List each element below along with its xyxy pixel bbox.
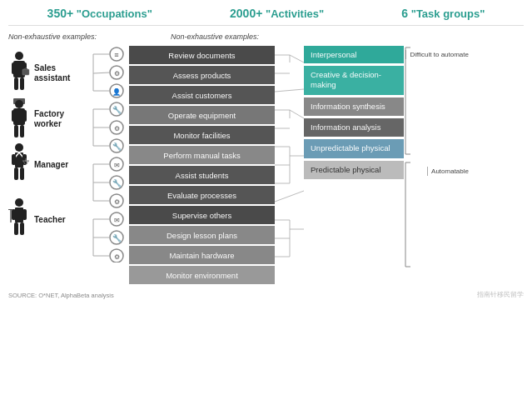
svg-text:🔧: 🔧 [112, 142, 122, 152]
svg-rect-15 [15, 152, 23, 168]
svg-rect-10 [12, 110, 16, 122]
svg-rect-18 [12, 154, 16, 165]
svg-rect-20 [14, 168, 18, 180]
svg-line-87 [290, 110, 304, 118]
svg-point-8 [15, 100, 23, 108]
activities-column: Review documents Assess products Assist … [129, 46, 275, 286]
svg-text:🔧: 🔧 [112, 105, 122, 115]
tg-info-analysis: Information analysis [304, 118, 404, 137]
svg-text:✉: ✉ [114, 217, 120, 224]
svg-rect-30 [22, 209, 27, 220]
header-activities: 2000+ "Activities" [230, 7, 324, 20]
svg-line-26 [27, 161, 28, 164]
occ-label-factory: Factoryworker [34, 109, 64, 129]
svg-line-82 [290, 55, 304, 62]
svg-text:⚙: ⚙ [114, 253, 120, 261]
act-assist-students: Assist students [129, 166, 275, 184]
act-supervise: Supervise others [129, 206, 275, 224]
svg-rect-21 [20, 168, 24, 180]
svg-rect-2 [12, 62, 16, 74]
header: 350+ "Occupations" 2000+ "Activities" 6 … [8, 7, 524, 26]
automatable-label: Automatable [427, 167, 469, 176]
occ-label-sales: Salesassistant [34, 63, 70, 83]
act-monitor-facilities: Monitor facilities [129, 126, 275, 144]
person-icon-factory [8, 97, 30, 142]
svg-rect-31 [14, 222, 18, 235]
occ-label-manager: Manager [34, 160, 68, 170]
subheader-occ: Non-exhaustive examples: [8, 32, 121, 41]
act-perform-manual: Perform manual tasks [129, 146, 275, 164]
occ-label-teacher: Teacher [34, 215, 66, 225]
subheaders: Non-exhaustive examples: Non-exhaustive … [8, 32, 524, 41]
svg-point-14 [15, 143, 23, 152]
person-icon-teacher [8, 198, 30, 242]
tg-info-synthesis: Information synthesis [304, 98, 404, 116]
svg-rect-34 [8, 209, 12, 210]
act-evaluate: Evaluate processes [129, 186, 275, 204]
occ-manager: Manager [8, 138, 83, 192]
svg-text:🔧: 🔧 [112, 233, 122, 243]
person-icon-manager [8, 142, 30, 188]
right-connectors [275, 46, 304, 271]
svg-rect-12 [14, 125, 18, 138]
svg-line-83 [275, 89, 304, 92]
svg-text:⚙: ⚙ [114, 125, 120, 132]
svg-text:⚙: ⚙ [114, 70, 120, 78]
svg-rect-4 [14, 78, 18, 90]
svg-point-0 [15, 52, 23, 60]
svg-line-41 [93, 72, 110, 73]
svg-rect-29 [12, 209, 16, 220]
header-task-groups: 6 "Task groups" [401, 7, 485, 20]
act-monitor-env: Monitor environment [129, 266, 275, 284]
act-operate-equipment: Operate equipment [129, 106, 275, 124]
main-diagram: Salesassistant Factoryworker [8, 46, 524, 286]
footer-area: SOURCE: O*NET, AlphaBeta analysis 指南针移民留… [8, 290, 524, 299]
svg-text:⚙: ⚙ [114, 198, 120, 206]
occ-sales: Salesassistant [8, 46, 83, 101]
act-assist-customers: Assist customers [129, 86, 275, 104]
svg-rect-6 [22, 69, 29, 75]
tg-unpredictable: Unpredictable physical [304, 139, 404, 158]
footer-source: SOURCE: O*NET, AlphaBeta analysis [8, 292, 114, 299]
svg-text:🔧: 🔧 [112, 178, 122, 188]
svg-point-27 [15, 198, 23, 207]
act-assess-products: Assess products [129, 66, 275, 84]
header-occupations: 350+ "Occupations" [47, 7, 152, 20]
tg-creative: Creative & decision-making [304, 66, 404, 95]
occ-teacher: Teacher [8, 192, 83, 248]
subheader-act: Non-exhaustive examples: [171, 32, 259, 41]
tg-interpersonal: Interpersonal [304, 46, 404, 63]
occ-factory: Factoryworker [8, 101, 83, 138]
watermark: 指南针移民留学 [477, 290, 524, 299]
act-design-lesson: Design lesson plans [129, 226, 275, 244]
task-groups-column: Interpersonal Creative & decision-making… [304, 46, 404, 182]
svg-rect-5 [20, 78, 24, 90]
tg-predictable: Predictable physical [304, 161, 404, 179]
person-icon-sales [8, 51, 30, 96]
svg-rect-28 [15, 208, 23, 222]
svg-text:👤: 👤 [112, 88, 121, 96]
svg-rect-13 [20, 125, 24, 138]
svg-text:≡: ≡ [114, 51, 118, 59]
svg-rect-11 [22, 110, 27, 122]
occupations-column: Salesassistant Factoryworker [8, 46, 83, 248]
svg-line-94 [275, 191, 304, 202]
connectors: ≡ ⚙ 👤 🔧 [83, 46, 129, 264]
svg-rect-32 [20, 222, 24, 235]
difficult-label: Difficult to automate [405, 50, 469, 59]
svg-text:✉: ✉ [114, 162, 120, 169]
act-review-docs: Review documents [129, 46, 275, 64]
act-maintain-hardware: Maintain hardware [129, 246, 275, 264]
page-wrapper: 350+ "Occupations" 2000+ "Activities" 6 … [0, 0, 532, 420]
